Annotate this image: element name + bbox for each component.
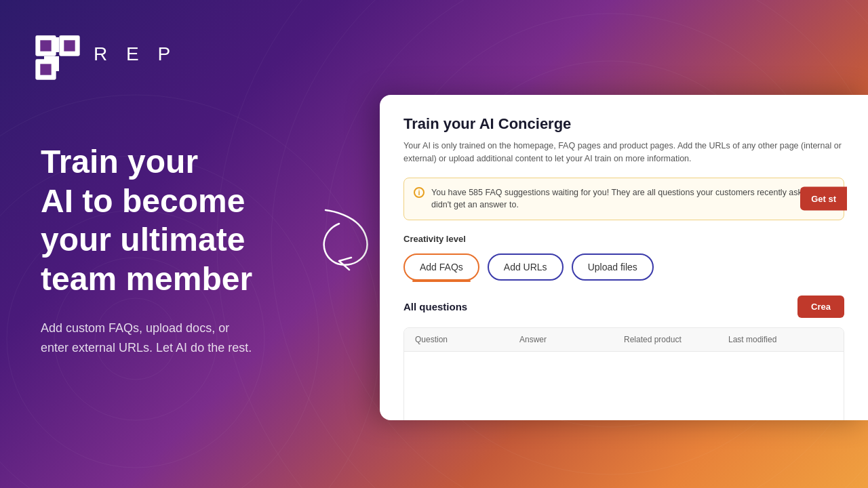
svg-rect-22	[40, 40, 51, 51]
tab-upload-files[interactable]: Upload files	[572, 253, 654, 281]
table-body	[404, 352, 844, 420]
tab-faqs-label: Add FAQs	[420, 262, 463, 272]
svg-rect-23	[64, 40, 75, 51]
svg-rect-24	[40, 64, 51, 75]
tab-urls-label: Add URLs	[504, 262, 547, 272]
tab-files-label: Upload files	[588, 262, 637, 272]
subtext: Add custom FAQs, upload docs, or enter e…	[41, 319, 326, 358]
questions-table: Question Answer Related product Last mod…	[403, 327, 844, 420]
info-banner: i You have 585 FAQ suggestions waiting f…	[403, 178, 844, 221]
tab-add-faqs[interactable]: Add FAQs	[403, 253, 479, 281]
col-answer: Answer	[519, 335, 624, 344]
card-description: Your AI is only trained on the homepage,…	[403, 140, 844, 165]
questions-title: All questions	[403, 301, 467, 312]
tab-add-urls[interactable]: Add URLs	[488, 253, 564, 281]
table-header: Question Answer Related product Last mod…	[404, 328, 844, 352]
tab-group: Add FAQs Add URLs Upload files	[403, 253, 844, 281]
get-started-button[interactable]: Get st	[800, 187, 847, 211]
info-icon: i	[414, 187, 425, 198]
logo: R E P	[41, 34, 353, 75]
rep-logo-mark	[34, 34, 81, 81]
headline-text: Train your AI to become your ultimate te…	[41, 144, 252, 297]
create-button[interactable]: Crea	[797, 296, 844, 318]
info-text: You have 585 FAQ suggestions waiting for…	[431, 186, 834, 212]
card-title: Train your AI Concierge	[403, 115, 844, 133]
logo-text: R E P	[94, 43, 177, 65]
questions-header: All questions Crea	[403, 296, 844, 318]
col-related-product: Related product	[624, 335, 728, 344]
subtext-content: Add custom FAQs, upload docs, or enter e…	[41, 321, 252, 354]
section-label: Creativity level	[403, 234, 844, 244]
main-card: Train your AI Concierge Your AI is only …	[380, 95, 868, 420]
col-question: Question	[415, 335, 519, 344]
col-last-modified: Last modified	[728, 335, 833, 344]
